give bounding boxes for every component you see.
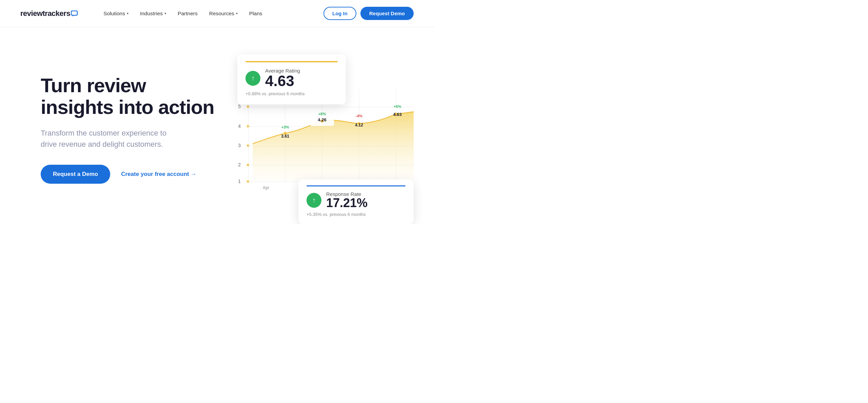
svg-text:3.61: 3.61 xyxy=(281,134,289,139)
nav-plans[interactable]: Plans xyxy=(244,8,267,19)
y-label-3: 3 xyxy=(238,143,241,148)
y-label-4: 4 xyxy=(238,123,241,129)
avg-rating-value: 4.63 xyxy=(265,74,300,88)
svg-text:-4%: -4% xyxy=(356,114,362,118)
hero-subtitle: Transform the customer experience to dri… xyxy=(41,127,183,150)
response-card-info: Response Rate 17.21% xyxy=(326,191,368,209)
svg-text:★: ★ xyxy=(246,104,250,109)
logo-text: reviewtrackers xyxy=(20,9,70,18)
y-label-5: 5 xyxy=(238,104,241,109)
request-demo-nav-button[interactable]: Request Demo xyxy=(360,7,414,20)
nav-links: Solutions ▾ Industries ▾ Partners Resour… xyxy=(99,8,323,19)
hero-right: ↑ Average Rating 4.63 +0.88% vs. previou… xyxy=(231,47,414,224)
svg-text:4.63: 4.63 xyxy=(393,112,401,117)
hero-title: Turn review insights into action xyxy=(41,75,217,118)
svg-text:+8%: +8% xyxy=(318,112,326,116)
svg-text:Apr: Apr xyxy=(263,185,269,190)
login-button[interactable]: Log In xyxy=(323,7,356,20)
card-header: ↑ Average Rating 4.63 xyxy=(245,68,338,88)
hero-cta: Request a Demo Create your free account … xyxy=(41,165,217,184)
response-rate-value: 17.21% xyxy=(326,197,368,209)
navbar: reviewtrackers Solutions ▾ Industries ▾ … xyxy=(0,0,434,27)
avg-rating-change: +0.88% vs. previous 6 months xyxy=(245,91,338,96)
svg-text:4.26: 4.26 xyxy=(318,117,326,122)
svg-text:★: ★ xyxy=(246,143,250,148)
svg-rect-0 xyxy=(71,11,77,15)
hero-section: Turn review insights into action Transfo… xyxy=(0,27,434,224)
chevron-down-icon: ▾ xyxy=(236,12,238,15)
hero-left: Turn review insights into action Transfo… xyxy=(41,47,217,184)
svg-text:+3%: +3% xyxy=(281,125,289,129)
chevron-down-icon: ▾ xyxy=(164,12,166,15)
logo[interactable]: reviewtrackers xyxy=(20,9,78,18)
svg-text:4.12: 4.12 xyxy=(355,123,363,127)
card-top-bar xyxy=(245,61,338,62)
logo-bubble-icon xyxy=(71,11,78,17)
response-card-header: ↑ Response Rate 17.21% xyxy=(307,191,406,209)
y-label-2: 2 xyxy=(238,162,241,167)
response-trend-up-icon: ↑ xyxy=(307,193,321,208)
card-title: Average Rating 4.63 xyxy=(265,68,300,88)
nav-actions: Log In Request Demo xyxy=(323,7,414,20)
nav-solutions[interactable]: Solutions ▾ xyxy=(99,8,133,19)
y-label-1: 1 xyxy=(238,179,241,184)
svg-text:★: ★ xyxy=(246,123,250,129)
avg-rating-card: ↑ Average Rating 4.63 +0.88% vs. previou… xyxy=(237,54,346,104)
nav-partners[interactable]: Partners xyxy=(173,8,202,19)
response-rate-change: +5.35% vs. previous 6 months xyxy=(307,212,406,217)
nav-resources[interactable]: Resources ▾ xyxy=(204,8,242,19)
free-account-button[interactable]: Create your free account → xyxy=(121,171,196,178)
response-rate-card: ↑ Response Rate 17.21% +5.35% vs. previo… xyxy=(298,179,414,224)
svg-text:★: ★ xyxy=(246,179,250,184)
chevron-down-icon: ▾ xyxy=(127,12,129,15)
response-card-top-bar xyxy=(307,185,406,186)
svg-text:★: ★ xyxy=(246,162,250,167)
svg-marker-1 xyxy=(72,15,73,17)
trend-up-icon: ↑ xyxy=(245,71,260,86)
nav-industries[interactable]: Industries ▾ xyxy=(135,8,171,19)
request-demo-hero-button[interactable]: Request a Demo xyxy=(41,165,110,184)
svg-text:+6%: +6% xyxy=(394,104,401,108)
